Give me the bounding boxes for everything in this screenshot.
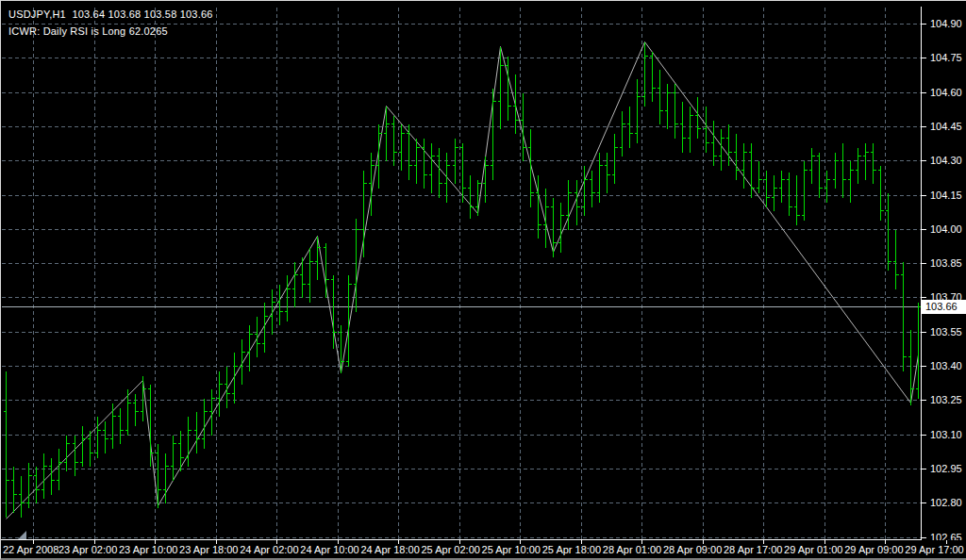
ohlc-bar	[217, 371, 223, 417]
price-axis-tick	[922, 229, 926, 230]
ohlc-bar	[103, 421, 108, 453]
ohlc-bar	[506, 57, 511, 121]
price-axis-tick	[922, 435, 926, 436]
time-axis-label: 24 Apr 10:00	[300, 544, 358, 555]
ohlc-bar	[118, 408, 124, 444]
ohlc-bar	[635, 79, 641, 143]
ohlc-bar	[376, 124, 382, 189]
ohlc-bar	[361, 171, 367, 257]
ohlc-bar	[612, 134, 618, 184]
price-axis[interactable]: 104.90104.75104.60104.45104.30104.15104.…	[922, 1, 966, 540]
price-axis-tick	[922, 502, 926, 503]
price-axis-tick	[922, 537, 926, 538]
ohlc-bar	[240, 339, 245, 385]
ohlc-bar	[741, 143, 747, 189]
ohlc-bar	[422, 139, 427, 189]
price-axis-tick	[922, 126, 926, 127]
ohlc-bar	[491, 89, 496, 180]
ohlc-bar	[809, 148, 815, 184]
ohlc-bar	[270, 289, 275, 335]
ohlc-bar	[171, 436, 176, 481]
price-axis-label: 104.75	[930, 52, 962, 64]
price-axis-label: 103.25	[930, 394, 962, 406]
ohlc-bar	[49, 458, 55, 495]
price-axis-tick	[922, 332, 926, 333]
ohlc-bar	[80, 426, 86, 467]
price-axis-label: 102.95	[930, 463, 962, 475]
time-axis-label: 29 Apr 17:00	[905, 544, 963, 555]
time-axis-label: 23 Apr 10:00	[119, 544, 177, 555]
ohlc-bar	[292, 262, 298, 307]
ohlc-bar	[665, 84, 671, 129]
symbol-title: USDJPY,H1 103.64 103.68 103.58 103.66	[8, 8, 213, 20]
time-axis-label: 29 Apr 01:00	[784, 544, 842, 555]
ohlc-bar	[719, 129, 724, 171]
time-axis[interactable]: 22 Apr 200823 Apr 02:0023 Apr 10:0023 Ap…	[1, 540, 966, 559]
ohlc-bar	[133, 394, 139, 426]
ohlc-bar	[787, 173, 792, 216]
ohlc-bar	[255, 317, 260, 357]
ohlc-bar	[194, 412, 200, 453]
grid-layer	[2, 8, 921, 539]
price-axis-border	[921, 7, 922, 540]
ohlc-bar	[841, 143, 846, 198]
time-axis-label: 29 Apr 09:00	[844, 544, 903, 555]
ohlc-bar	[19, 476, 25, 518]
ohlc-bar	[620, 111, 625, 156]
price-axis-tick	[922, 24, 926, 25]
ohlc-bar	[688, 107, 693, 153]
indicator-status: ICWR: Daily RSI is Long 62.0265	[8, 25, 168, 37]
time-axis-label: 24 Apr 18:00	[360, 544, 419, 555]
price-axis-tick	[922, 160, 926, 161]
ohlc-bar	[597, 153, 603, 203]
ohlc-bar	[886, 193, 891, 271]
time-axis-label: 28 Apr 17:00	[724, 544, 782, 555]
price-axis-label: 104.15	[930, 189, 962, 202]
ohlc-bar	[225, 367, 230, 408]
time-axis-label: 25 Apr 10:00	[482, 544, 541, 555]
ohlc-bar	[315, 237, 321, 280]
ohlc-bar	[331, 275, 337, 349]
time-axis-label: 23 Apr 18:00	[179, 544, 238, 555]
ohlc-bar	[673, 84, 678, 139]
ohlc-bar	[339, 325, 344, 373]
ohlc-bar	[650, 52, 656, 102]
price-axis-tick	[922, 366, 926, 367]
price-axis-label: 103.10	[930, 429, 962, 441]
time-axis-label: 25 Apr 18:00	[542, 544, 601, 555]
ohlc-bar	[772, 175, 777, 211]
ohlc-bar	[42, 453, 47, 499]
price-axis-label: 104.45	[930, 121, 962, 133]
time-axis-label: 24 Apr 02:00	[240, 544, 298, 555]
ohlc-bar	[695, 97, 701, 139]
price-axis-tick	[922, 469, 926, 469]
price-axis-tick	[922, 400, 926, 401]
time-axis-label: 28 Apr 09:00	[663, 544, 722, 555]
time-axis-label: 28 Apr 01:00	[603, 544, 661, 555]
ohlc-bar	[232, 353, 238, 404]
ohlc-bar	[73, 436, 78, 476]
ohlc-bar	[95, 417, 101, 458]
ohlc-bar	[125, 389, 131, 436]
price-axis-tick	[922, 263, 926, 264]
ohlc-bar	[878, 166, 884, 221]
ohlc-bar	[642, 42, 648, 107]
ohlc-bar	[817, 153, 823, 198]
ohlc-bar	[704, 107, 709, 153]
price-axis-label: 104.30	[930, 155, 962, 167]
price-axis-label: 103.40	[930, 360, 962, 372]
time-axis-border	[1, 539, 922, 540]
ohlc-bar	[346, 275, 352, 367]
ohlc-bar	[407, 124, 412, 180]
price-axis-label: 104.60	[930, 87, 962, 99]
ohlc-bar	[262, 303, 268, 353]
ohlc-bar	[908, 330, 914, 405]
ohlc-bar	[543, 189, 549, 248]
price-axis-label: 104.00	[930, 223, 962, 236]
time-axis-label: 22 Apr 2008	[3, 544, 58, 555]
price-chart[interactable]	[2, 8, 921, 540]
price-axis-tick	[922, 58, 926, 58]
ohlc-bar	[399, 124, 405, 171]
ohlc-bar	[324, 243, 329, 298]
ohlc-bar	[734, 134, 740, 180]
